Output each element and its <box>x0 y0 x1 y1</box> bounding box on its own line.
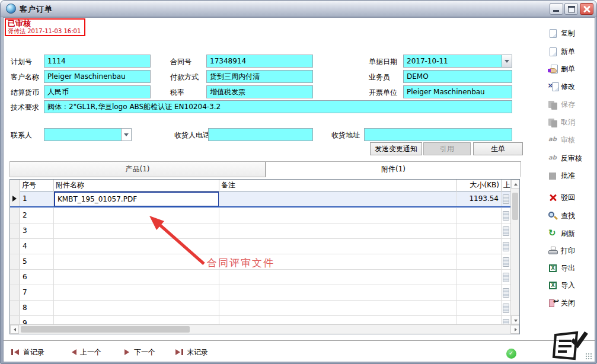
scroll-right-button[interactable] <box>510 325 519 334</box>
cell-size[interactable]: 1193.54 <box>456 191 502 206</box>
reject-icon <box>548 193 558 203</box>
unaudit-icon <box>548 154 558 164</box>
generate-order-button[interactable]: 生单 <box>473 142 523 155</box>
resize-grip[interactable] <box>585 353 592 360</box>
sidebar-item-audit[interactable]: 审核 <box>548 133 597 146</box>
cell-name[interactable]: KMBT_195_01057.PDF <box>54 191 219 206</box>
upload-button-icon[interactable] <box>503 288 509 298</box>
quote-button[interactable]: 引用 <box>423 142 471 155</box>
sidebar-item-save[interactable]: 保存 <box>548 98 597 111</box>
upload-button-icon[interactable] <box>503 226 509 236</box>
sidebar-item-close-form[interactable]: 关闭 <box>548 296 597 309</box>
sidebar-item-delete[interactable]: 删单 <box>548 62 597 75</box>
contract-no-field[interactable]: 17348914 <box>206 55 313 68</box>
row-selector[interactable] <box>10 191 20 206</box>
cancel-icon <box>548 117 558 127</box>
invoice-unit-field[interactable]: Pleiger Maschinenbau <box>403 85 512 98</box>
title-bar[interactable]: 客户订单 <box>1 1 596 17</box>
col-header-size[interactable]: 大小(KB) <box>456 180 502 191</box>
plan-no-label: 计划号 <box>11 57 32 67</box>
horizontal-scroll-thumb[interactable] <box>21 326 190 333</box>
scroll-left-button[interactable] <box>10 325 19 334</box>
table-row[interactable]: 6 <box>10 270 510 285</box>
window-title: 客户订单 <box>20 4 53 15</box>
upload-button-icon[interactable] <box>503 273 509 282</box>
customer-label: 客户名称 <box>11 72 39 82</box>
nav-next-record[interactable]: 下一个 <box>124 346 155 358</box>
scroll-up-button[interactable] <box>511 180 520 189</box>
contract-no-label: 合同号 <box>170 57 191 67</box>
sidebar-item-approve[interactable]: 批准 <box>548 169 597 182</box>
sidebar-item-cancel[interactable]: 取消 <box>548 116 597 129</box>
client-area: 已审核 胥传法 2017-11-03 16:01 计划号 1114 合同号 17… <box>3 17 595 362</box>
currency-label: 结算货币 <box>11 88 39 98</box>
vertical-scrollbar[interactable] <box>510 180 519 324</box>
send-change-notice-button[interactable]: 发送变更通知 <box>370 142 422 155</box>
nav-last-record[interactable]: 末记录 <box>174 346 208 358</box>
vertical-scroll-thumb[interactable] <box>512 193 518 220</box>
contact-combo[interactable] <box>44 128 132 141</box>
currency-field[interactable]: 人民币 <box>44 85 151 98</box>
cell-note[interactable] <box>219 191 456 206</box>
sidebar-item-reject[interactable]: 驳回 <box>548 191 597 204</box>
sidebar-item-import[interactable]: X导入 <box>548 279 597 292</box>
maximize-button[interactable] <box>564 3 578 15</box>
thumbs-up-icon[interactable] <box>506 349 516 359</box>
nav-first-record[interactable]: 首记录 <box>11 346 44 358</box>
sidebar-item-print[interactable]: 打印 <box>548 244 597 257</box>
sidebar-item-unaudit[interactable]: 反审核 <box>548 152 597 165</box>
upload-button-icon[interactable] <box>503 304 509 313</box>
phone-label: 收货人电话 <box>174 130 210 141</box>
arrow-up-icon <box>514 183 518 186</box>
sidebar-item-new[interactable]: 新单 <box>548 45 597 58</box>
address-field[interactable] <box>364 128 512 141</box>
next-record-icon <box>124 349 131 356</box>
sidebar-item-modify[interactable]: 修改 <box>548 80 597 93</box>
horizontal-scrollbar[interactable] <box>10 324 519 334</box>
doc-date-dropdown-button[interactable] <box>502 55 512 67</box>
table-row[interactable]: 3 <box>10 223 510 239</box>
focused-cell[interactable]: KMBT_195_01057.PDF <box>54 191 219 206</box>
import-excel-icon: X <box>548 280 558 290</box>
sidebar-item-find[interactable]: 查找 <box>548 209 597 222</box>
upload-button-icon[interactable] <box>503 319 509 324</box>
col-header-num[interactable]: 序号 <box>20 180 54 191</box>
refresh-icon <box>548 229 558 239</box>
table-row[interactable]: 7 <box>10 285 510 301</box>
tab-attachments[interactable]: 附件(1) <box>266 161 521 177</box>
sidebar-item-refresh[interactable]: 刷新 <box>548 227 597 240</box>
col-header-note[interactable]: 备注 <box>219 180 456 191</box>
grid-header: 序号 附件名称 备注 大小(KB) 上 <box>10 180 510 191</box>
tab-products[interactable]: 产品(1) <box>9 161 266 177</box>
col-header-name[interactable]: 附件名称 <box>54 180 219 191</box>
upload-button-icon[interactable] <box>503 211 509 221</box>
cell-upload[interactable] <box>502 191 510 206</box>
table-row[interactable]: 9 <box>10 316 510 324</box>
salesman-field[interactable]: DEMO <box>403 70 512 83</box>
plan-no-field[interactable]: 1114 <box>44 55 151 68</box>
upload-button-icon[interactable] <box>503 242 509 251</box>
nav-prev-record[interactable]: 上一个 <box>70 346 101 358</box>
tech-req-field[interactable]: 阀体：2"GL1R,华亘logo ABS船检认证 EN10204-3.2 <box>44 100 512 113</box>
table-row[interactable]: 8 <box>10 301 510 316</box>
phone-field[interactable] <box>208 128 313 141</box>
sidebar-item-copy[interactable]: 复制 <box>548 27 597 40</box>
customer-field[interactable]: Pleiger Maschinenbau <box>44 70 151 83</box>
payment-field[interactable]: 货到三周内付清 <box>206 70 313 83</box>
table-row[interactable]: 4 <box>10 239 510 254</box>
minimize-button[interactable] <box>550 3 563 15</box>
delete-doc-icon <box>548 64 558 74</box>
scroll-down-button[interactable] <box>511 315 520 324</box>
doc-date-field[interactable]: 2017-10-11 <box>403 55 512 68</box>
tax-label: 税率 <box>170 88 184 98</box>
table-row[interactable]: 1 KMBT_195_01057.PDF 1193.54 <box>10 191 510 207</box>
close-button[interactable] <box>580 3 593 15</box>
print-icon <box>548 246 558 256</box>
contact-dropdown-button[interactable] <box>121 129 131 141</box>
upload-button-icon[interactable] <box>503 257 509 267</box>
tax-field[interactable]: 增值税发票 <box>206 85 313 98</box>
table-row[interactable]: 2 <box>10 208 510 223</box>
sidebar-item-export[interactable]: X导出 <box>548 261 597 274</box>
cell-num[interactable]: 1 <box>20 191 54 206</box>
upload-button-icon[interactable] <box>503 194 509 204</box>
